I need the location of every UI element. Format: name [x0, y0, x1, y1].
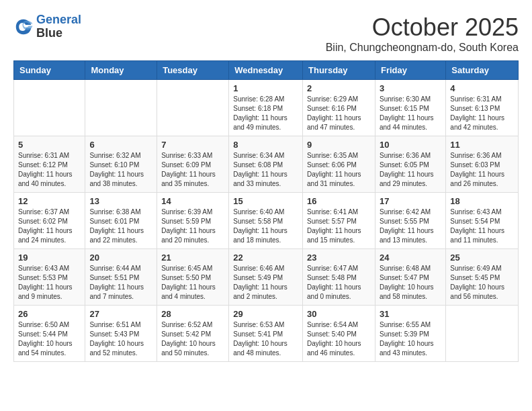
- day-info: Sunrise: 6:40 AM Sunset: 5:58 PM Dayligh…: [233, 208, 298, 245]
- page-header: General Blue October 2025 Biin, Chungche…: [13, 13, 519, 54]
- day-number: 27: [89, 309, 152, 319]
- day-number: 5: [18, 140, 81, 150]
- day-info: Sunrise: 6:49 AM Sunset: 5:45 PM Dayligh…: [450, 264, 514, 302]
- day-info: Sunrise: 6:45 AM Sunset: 5:50 PM Dayligh…: [161, 264, 224, 302]
- calendar-day-cell: 27Sunrise: 6:51 AM Sunset: 5:43 PM Dayli…: [85, 306, 157, 362]
- day-number: 29: [233, 309, 298, 319]
- calendar-day-cell: 2Sunrise: 6:29 AM Sunset: 6:16 PM Daylig…: [303, 80, 375, 136]
- day-info: Sunrise: 6:47 AM Sunset: 5:48 PM Dayligh…: [307, 264, 371, 302]
- calendar-day-cell: [157, 80, 229, 136]
- logo-icon: [13, 17, 34, 37]
- calendar-day-cell: 1Sunrise: 6:28 AM Sunset: 6:18 PM Daylig…: [229, 80, 303, 136]
- calendar-day-cell: 15Sunrise: 6:40 AM Sunset: 5:58 PM Dayli…: [229, 193, 303, 249]
- day-info: Sunrise: 6:37 AM Sunset: 6:02 PM Dayligh…: [18, 208, 81, 245]
- day-number: 26: [18, 309, 81, 319]
- day-number: 15: [233, 196, 298, 206]
- calendar-day-cell: [14, 80, 85, 136]
- logo-line2: Blue: [36, 27, 81, 40]
- day-number: 2: [307, 83, 371, 93]
- day-info: Sunrise: 6:51 AM Sunset: 5:43 PM Dayligh…: [89, 320, 152, 358]
- calendar-week-row: 26Sunrise: 6:50 AM Sunset: 5:44 PM Dayli…: [14, 306, 519, 362]
- day-info: Sunrise: 6:31 AM Sunset: 6:12 PM Dayligh…: [18, 151, 81, 189]
- day-number: 22: [233, 253, 298, 263]
- day-info: Sunrise: 6:54 AM Sunset: 5:40 PM Dayligh…: [307, 320, 371, 358]
- calendar-day-cell: 29Sunrise: 6:53 AM Sunset: 5:41 PM Dayli…: [229, 306, 303, 362]
- calendar-day-cell: 20Sunrise: 6:44 AM Sunset: 5:51 PM Dayli…: [85, 249, 157, 306]
- calendar-day-cell: 30Sunrise: 6:54 AM Sunset: 5:40 PM Dayli…: [303, 306, 375, 362]
- day-number: 8: [233, 140, 298, 150]
- day-info: Sunrise: 6:30 AM Sunset: 6:15 PM Dayligh…: [380, 95, 441, 132]
- calendar-day-cell: 8Sunrise: 6:34 AM Sunset: 6:08 PM Daylig…: [229, 136, 303, 193]
- month-title: October 2025: [326, 13, 519, 42]
- day-info: Sunrise: 6:31 AM Sunset: 6:13 PM Dayligh…: [450, 95, 514, 132]
- day-number: 25: [450, 253, 514, 263]
- day-number: 31: [380, 309, 441, 319]
- calendar-day-cell: 14Sunrise: 6:39 AM Sunset: 5:59 PM Dayli…: [157, 193, 229, 249]
- calendar-day-cell: 31Sunrise: 6:55 AM Sunset: 5:39 PM Dayli…: [375, 306, 445, 362]
- day-number: 21: [161, 253, 224, 263]
- calendar-day-cell: 16Sunrise: 6:41 AM Sunset: 5:57 PM Dayli…: [303, 193, 375, 249]
- day-info: Sunrise: 6:38 AM Sunset: 6:01 PM Dayligh…: [89, 208, 152, 245]
- calendar-day-cell: 5Sunrise: 6:31 AM Sunset: 6:12 PM Daylig…: [14, 136, 85, 193]
- day-number: 16: [307, 196, 371, 206]
- day-number: 17: [380, 196, 441, 206]
- day-number: 4: [450, 83, 514, 93]
- weekday-header: Friday: [375, 61, 445, 80]
- calendar-day-cell: 18Sunrise: 6:43 AM Sunset: 5:54 PM Dayli…: [446, 193, 519, 249]
- calendar-day-cell: 6Sunrise: 6:32 AM Sunset: 6:10 PM Daylig…: [85, 136, 157, 193]
- logo-text: General Blue: [36, 13, 81, 40]
- day-info: Sunrise: 6:50 AM Sunset: 5:44 PM Dayligh…: [18, 320, 81, 358]
- weekday-header: Sunday: [14, 61, 85, 80]
- weekday-header: Saturday: [446, 61, 519, 80]
- logo: General Blue: [13, 13, 81, 40]
- calendar-day-cell: 28Sunrise: 6:52 AM Sunset: 5:42 PM Dayli…: [157, 306, 229, 362]
- calendar-day-cell: 11Sunrise: 6:36 AM Sunset: 6:03 PM Dayli…: [446, 136, 519, 193]
- calendar-day-cell: [85, 80, 157, 136]
- day-info: Sunrise: 6:35 AM Sunset: 6:06 PM Dayligh…: [307, 151, 371, 189]
- day-number: 9: [307, 140, 371, 150]
- day-info: Sunrise: 6:55 AM Sunset: 5:39 PM Dayligh…: [380, 320, 441, 358]
- day-info: Sunrise: 6:41 AM Sunset: 5:57 PM Dayligh…: [307, 208, 371, 245]
- calendar-week-row: 12Sunrise: 6:37 AM Sunset: 6:02 PM Dayli…: [14, 193, 519, 249]
- day-number: 18: [450, 196, 514, 206]
- calendar-day-cell: 17Sunrise: 6:42 AM Sunset: 5:55 PM Dayli…: [375, 193, 445, 249]
- day-number: 10: [380, 140, 441, 150]
- calendar-day-cell: 13Sunrise: 6:38 AM Sunset: 6:01 PM Dayli…: [85, 193, 157, 249]
- calendar-week-row: 1Sunrise: 6:28 AM Sunset: 6:18 PM Daylig…: [14, 80, 519, 136]
- calendar-week-row: 5Sunrise: 6:31 AM Sunset: 6:12 PM Daylig…: [14, 136, 519, 193]
- day-number: 19: [18, 253, 81, 263]
- calendar-day-cell: 3Sunrise: 6:30 AM Sunset: 6:15 PM Daylig…: [375, 80, 445, 136]
- calendar-table: SundayMondayTuesdayWednesdayThursdayFrid…: [13, 60, 519, 362]
- day-number: 11: [450, 140, 514, 150]
- day-info: Sunrise: 6:29 AM Sunset: 6:16 PM Dayligh…: [307, 95, 371, 132]
- day-number: 20: [89, 253, 152, 263]
- calendar-header-row: SundayMondayTuesdayWednesdayThursdayFrid…: [14, 61, 519, 80]
- calendar-day-cell: 24Sunrise: 6:48 AM Sunset: 5:47 PM Dayli…: [375, 249, 445, 306]
- day-number: 6: [89, 140, 152, 150]
- calendar-day-cell: 19Sunrise: 6:43 AM Sunset: 5:53 PM Dayli…: [14, 249, 85, 306]
- calendar-day-cell: [446, 306, 519, 362]
- calendar-day-cell: 25Sunrise: 6:49 AM Sunset: 5:45 PM Dayli…: [446, 249, 519, 306]
- day-number: 30: [307, 309, 371, 319]
- day-number: 24: [380, 253, 441, 263]
- calendar-day-cell: 4Sunrise: 6:31 AM Sunset: 6:13 PM Daylig…: [446, 80, 519, 136]
- calendar-day-cell: 7Sunrise: 6:33 AM Sunset: 6:09 PM Daylig…: [157, 136, 229, 193]
- day-info: Sunrise: 6:39 AM Sunset: 5:59 PM Dayligh…: [161, 208, 224, 245]
- calendar-day-cell: 21Sunrise: 6:45 AM Sunset: 5:50 PM Dayli…: [157, 249, 229, 306]
- day-info: Sunrise: 6:53 AM Sunset: 5:41 PM Dayligh…: [233, 320, 298, 358]
- day-info: Sunrise: 6:44 AM Sunset: 5:51 PM Dayligh…: [89, 264, 152, 302]
- day-number: 7: [161, 140, 224, 150]
- day-info: Sunrise: 6:48 AM Sunset: 5:47 PM Dayligh…: [380, 264, 441, 302]
- calendar-day-cell: 26Sunrise: 6:50 AM Sunset: 5:44 PM Dayli…: [14, 306, 85, 362]
- calendar-day-cell: 22Sunrise: 6:46 AM Sunset: 5:49 PM Dayli…: [229, 249, 303, 306]
- calendar-day-cell: 9Sunrise: 6:35 AM Sunset: 6:06 PM Daylig…: [303, 136, 375, 193]
- weekday-header: Monday: [85, 61, 157, 80]
- logo-line1: General: [36, 13, 81, 26]
- calendar-day-cell: 12Sunrise: 6:37 AM Sunset: 6:02 PM Dayli…: [14, 193, 85, 249]
- calendar-day-cell: 10Sunrise: 6:36 AM Sunset: 6:05 PM Dayli…: [375, 136, 445, 193]
- day-info: Sunrise: 6:43 AM Sunset: 5:54 PM Dayligh…: [450, 208, 514, 245]
- calendar-week-row: 19Sunrise: 6:43 AM Sunset: 5:53 PM Dayli…: [14, 249, 519, 306]
- day-info: Sunrise: 6:36 AM Sunset: 6:05 PM Dayligh…: [380, 151, 441, 189]
- location-title: Biin, Chungcheongnam-do, South Korea: [326, 42, 519, 54]
- day-info: Sunrise: 6:52 AM Sunset: 5:42 PM Dayligh…: [161, 320, 224, 358]
